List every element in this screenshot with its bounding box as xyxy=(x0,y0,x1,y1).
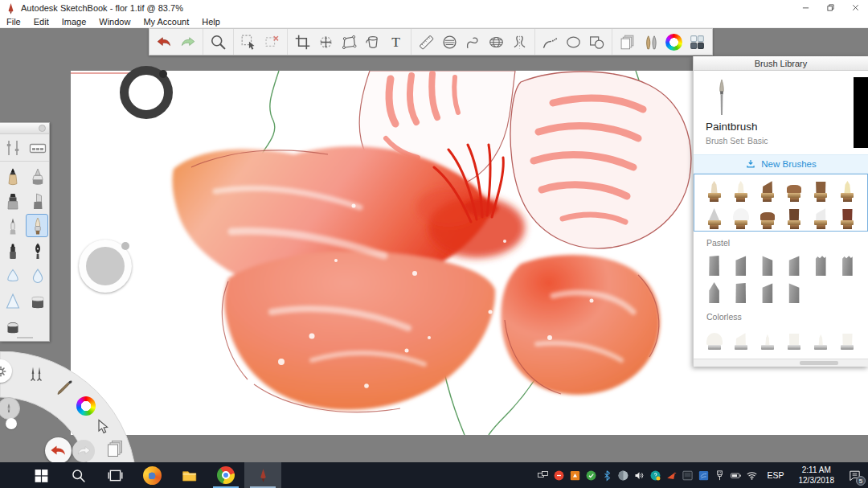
scrollbar-thumb[interactable] xyxy=(800,361,838,365)
brush-color-puck[interactable] xyxy=(79,240,132,293)
brush-item-flat[interactable] xyxy=(837,203,857,229)
tool-blur[interactable] xyxy=(26,264,48,287)
tool-ballpoint[interactable] xyxy=(1,214,23,237)
tray-app-blue[interactable] xyxy=(696,468,710,482)
interface-button[interactable] xyxy=(686,31,709,52)
tool-settings-button[interactable] xyxy=(1,135,23,158)
brush-item-small[interactable] xyxy=(758,324,777,350)
steady-stroke-button[interactable] xyxy=(538,31,562,52)
brush-item-round[interactable] xyxy=(705,176,724,202)
tray-bluetooth[interactable] xyxy=(600,468,614,482)
brush-item-angle[interactable] xyxy=(758,277,777,303)
taskbar-app-sketchbook[interactable] xyxy=(244,462,281,488)
tool-airbrush[interactable] xyxy=(26,164,48,187)
tray-shield-green[interactable] xyxy=(583,468,598,482)
brush-item-flat[interactable] xyxy=(784,203,804,229)
tool-hard-eraser[interactable] xyxy=(26,289,48,312)
palette-drag-handle[interactable] xyxy=(17,337,33,338)
tray-volume[interactable] xyxy=(632,468,646,482)
ellipse-button[interactable] xyxy=(562,31,585,52)
menu-help[interactable]: Help xyxy=(195,17,227,27)
brush-item-flat[interactable] xyxy=(837,324,857,350)
text-button[interactable]: T xyxy=(384,31,407,52)
brush-item-round[interactable] xyxy=(837,176,857,202)
brush-palette-button[interactable] xyxy=(639,31,662,52)
brush-item-angle[interactable] xyxy=(758,176,777,202)
minimize-button[interactable] xyxy=(793,0,818,15)
restore-button[interactable] xyxy=(818,0,843,15)
french-curve-button[interactable] xyxy=(461,31,485,52)
menu-image[interactable]: Image xyxy=(55,17,93,27)
ruler-button[interactable] xyxy=(415,31,438,52)
tool-marker[interactable] xyxy=(1,189,23,212)
cursor-icon[interactable] xyxy=(92,416,113,437)
undo-button[interactable] xyxy=(153,31,176,52)
brush-item-mop[interactable] xyxy=(731,203,751,229)
brush-library-title[interactable]: Brush Library xyxy=(694,56,868,71)
tray-messenger-teal[interactable] xyxy=(648,468,662,482)
brush-size-ring-puck[interactable] xyxy=(120,66,173,119)
brush-item-flat[interactable] xyxy=(731,277,751,303)
brush-item-flat[interactable] xyxy=(705,250,724,276)
tray-wifi[interactable] xyxy=(744,468,759,482)
brush-library-scrollbar[interactable] xyxy=(694,359,868,367)
tool-ink-pen[interactable] xyxy=(26,239,48,262)
brush-item-torn[interactable] xyxy=(837,250,857,276)
menu-edit[interactable]: Edit xyxy=(27,17,55,27)
layers-icon[interactable] xyxy=(104,438,125,459)
new-brushes-button[interactable]: New Brushes xyxy=(694,154,868,174)
fill-button[interactable] xyxy=(361,31,384,52)
layers-button[interactable] xyxy=(616,31,639,52)
select-button[interactable] xyxy=(237,31,260,52)
redo-button[interactable] xyxy=(176,31,199,52)
tool-chisel[interactable] xyxy=(26,189,48,212)
distort-button[interactable] xyxy=(338,31,361,52)
ellipse-guide-button[interactable] xyxy=(438,31,461,52)
palette-collapse-dot[interactable] xyxy=(39,125,46,132)
brush-item-stub[interactable] xyxy=(784,176,804,202)
tool-palette-header[interactable] xyxy=(0,123,49,134)
deselect-button[interactable] xyxy=(260,31,284,52)
language-indicator[interactable]: ESP xyxy=(760,470,790,480)
brush-item-torn[interactable] xyxy=(811,250,830,276)
brush-item-cone[interactable] xyxy=(705,203,724,229)
brush-stand-icon[interactable] xyxy=(26,363,47,384)
tray-display-duplicate[interactable] xyxy=(535,468,550,482)
brush-item-mop[interactable] xyxy=(705,324,724,350)
color-wheel-icon[interactable] xyxy=(76,396,96,416)
crop-button[interactable] xyxy=(291,31,314,52)
tool-paintbrush[interactable] xyxy=(26,214,48,237)
tray-app-orange[interactable] xyxy=(567,468,582,482)
tray-battery[interactable] xyxy=(728,468,743,482)
color-editor-button[interactable] xyxy=(662,31,686,52)
tray-antivirus-red[interactable] xyxy=(551,468,566,482)
tray-usb[interactable] xyxy=(712,468,727,482)
brush-item-cone[interactable] xyxy=(705,277,724,303)
symmetry-button[interactable] xyxy=(508,31,531,52)
tool-soft-eraser[interactable] xyxy=(1,314,23,337)
brush-item-angle[interactable] xyxy=(811,203,830,229)
brush-item-angle[interactable] xyxy=(731,324,751,350)
taskbar-app-chrome[interactable] xyxy=(207,462,244,488)
swatch-box-button[interactable] xyxy=(26,135,48,158)
menu-window[interactable]: Window xyxy=(92,17,137,27)
brush-stroke-swatch[interactable] xyxy=(854,77,868,148)
perspective-button[interactable] xyxy=(485,31,508,52)
taskbar-app-firefox[interactable] xyxy=(133,462,170,488)
tray-monitor-black[interactable] xyxy=(680,468,694,482)
zoom-button[interactable] xyxy=(207,31,230,52)
shapes-button[interactable] xyxy=(585,31,608,52)
tool-pencil[interactable] xyxy=(1,164,23,187)
tool-felt-pen[interactable] xyxy=(1,239,23,262)
transform-button[interactable] xyxy=(314,31,338,52)
menu-my-account[interactable]: My Account xyxy=(137,17,195,27)
close-button[interactable] xyxy=(843,0,868,15)
lagoon-brush-icon[interactable] xyxy=(54,377,75,398)
brush-item-angle[interactable] xyxy=(731,250,751,276)
brush-item-angle2[interactable] xyxy=(784,277,804,303)
menu-file[interactable]: File xyxy=(0,17,27,27)
brush-item-angle2[interactable] xyxy=(758,250,777,276)
lagoon-dot[interactable] xyxy=(6,418,17,429)
task-view-button[interactable] xyxy=(96,462,133,488)
brush-item-angle[interactable] xyxy=(784,250,804,276)
